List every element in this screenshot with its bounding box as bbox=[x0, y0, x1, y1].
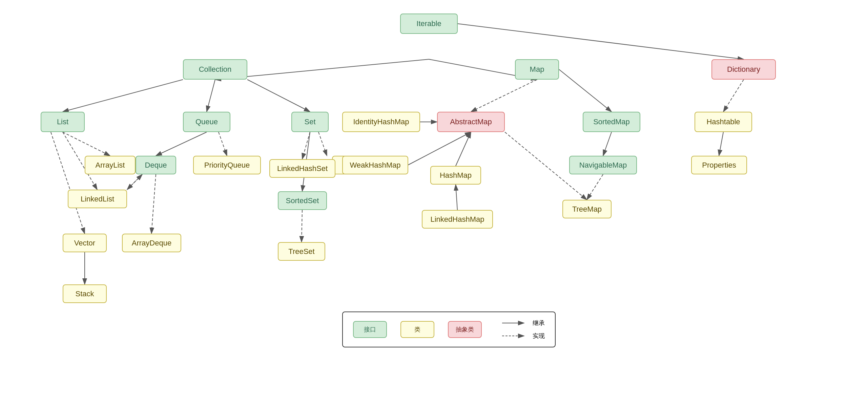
svg-line-27 bbox=[587, 174, 603, 200]
node-sortedmap: SortedMap bbox=[583, 112, 640, 132]
svg-line-21 bbox=[302, 210, 302, 242]
svg-line-17 bbox=[151, 174, 156, 234]
svg-line-8 bbox=[471, 80, 537, 112]
node-set: Set bbox=[291, 112, 329, 132]
svg-line-29 bbox=[719, 132, 723, 156]
svg-line-23 bbox=[408, 132, 471, 165]
node-stack: Stack bbox=[63, 284, 107, 303]
svg-line-25 bbox=[456, 185, 457, 210]
node-queue: Queue bbox=[183, 112, 230, 132]
svg-line-10 bbox=[723, 80, 744, 112]
node-weakhashmap: WeakHashMap bbox=[342, 156, 408, 174]
node-vector: Vector bbox=[63, 234, 107, 252]
svg-line-9 bbox=[559, 69, 612, 112]
node-navigablemap: NavigableMap bbox=[569, 156, 637, 174]
node-linkedhashmap: LinkedHashMap bbox=[422, 210, 493, 229]
node-abstractmap: AbstractMap bbox=[437, 112, 505, 132]
node-hashmap: HashMap bbox=[430, 166, 481, 185]
legend-abstract-node: 抽象类 bbox=[448, 321, 482, 338]
svg-line-4 bbox=[458, 24, 744, 59]
node-properties: Properties bbox=[691, 156, 747, 174]
svg-line-11 bbox=[63, 132, 110, 156]
legend-implement-line: 实现 bbox=[502, 332, 545, 340]
node-linkedhashset: LinkedHashSet bbox=[269, 159, 335, 178]
node-iterable: Iterable bbox=[400, 14, 458, 34]
svg-line-6 bbox=[207, 80, 215, 112]
legend-interface-node: 接口 bbox=[353, 321, 387, 338]
node-dictionary: Dictionary bbox=[711, 59, 776, 80]
node-map: Map bbox=[515, 59, 559, 80]
svg-line-20 bbox=[302, 132, 310, 159]
svg-line-16 bbox=[127, 174, 142, 190]
node-sortedset: SortedSet bbox=[278, 191, 327, 210]
svg-line-15 bbox=[219, 132, 227, 156]
svg-line-24 bbox=[456, 132, 471, 166]
node-treeset: TreeSet bbox=[278, 242, 325, 261]
svg-line-19 bbox=[318, 132, 327, 156]
node-arraylist: ArrayList bbox=[85, 156, 136, 174]
node-list: List bbox=[41, 112, 85, 132]
svg-line-5 bbox=[63, 80, 183, 112]
legend-box: 接口 类 抽象类 继承 实现 bbox=[342, 312, 556, 347]
svg-line-31 bbox=[127, 174, 142, 190]
legend-lines: 继承 实现 bbox=[502, 319, 545, 340]
legend-implement-label: 实现 bbox=[533, 332, 545, 340]
svg-line-7 bbox=[247, 80, 310, 112]
node-identityhashmap: IdentityHashMap bbox=[342, 112, 420, 132]
node-deque: Deque bbox=[136, 156, 176, 174]
node-priorityqueue: PriorityQueue bbox=[193, 156, 261, 174]
svg-line-26 bbox=[603, 132, 612, 156]
diagram-container: Iterable Collection Map Dictionary List … bbox=[0, 0, 868, 407]
node-hashtable: Hashtable bbox=[695, 112, 752, 132]
node-linkedlist: LinkedList bbox=[68, 190, 127, 208]
svg-line-13 bbox=[51, 132, 85, 234]
node-collection: Collection bbox=[183, 59, 247, 80]
legend-abstract: 抽象类 bbox=[448, 321, 482, 338]
legend-class-node: 类 bbox=[400, 321, 434, 338]
node-arraydeque: ArrayDeque bbox=[122, 234, 181, 252]
legend-inherit-label: 继承 bbox=[533, 319, 545, 327]
legend-class: 类 bbox=[400, 321, 434, 338]
legend-interface: 接口 bbox=[353, 321, 387, 338]
svg-line-14 bbox=[156, 132, 207, 156]
node-treemap: TreeMap bbox=[562, 200, 612, 218]
legend-inherit-line: 继承 bbox=[502, 319, 545, 327]
